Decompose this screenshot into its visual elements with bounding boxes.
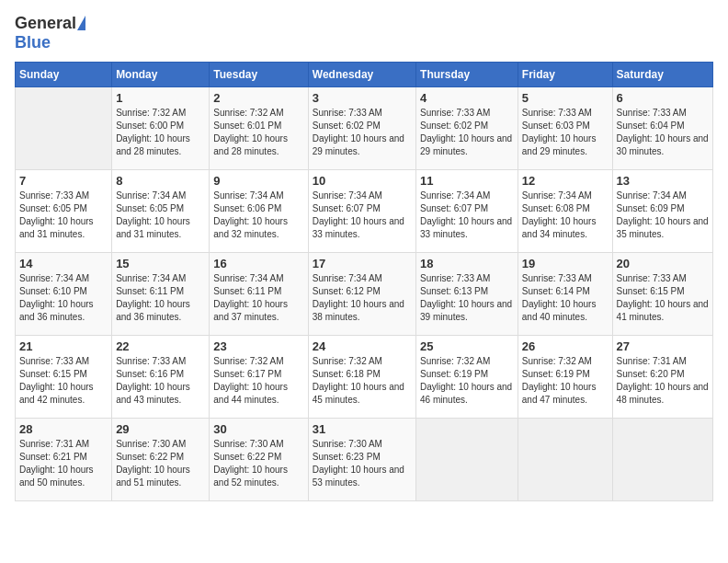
day-info: Sunrise: 7:33 AMSunset: 6:13 PMDaylight:… <box>420 272 514 324</box>
day-info: Sunrise: 7:34 AMSunset: 6:07 PMDaylight:… <box>313 190 412 241</box>
day-number: 14 <box>19 257 108 270</box>
logo-text-general: General <box>15 14 76 32</box>
day-info: Sunrise: 7:32 AMSunset: 6:01 PMDaylight:… <box>213 107 303 158</box>
calendar-week-4: 21Sunrise: 7:33 AMSunset: 6:15 PMDayligh… <box>16 335 713 418</box>
day-number: 15 <box>116 257 205 270</box>
day-number: 22 <box>116 339 205 353</box>
day-info: Sunrise: 7:34 AMSunset: 6:09 PMDaylight:… <box>617 190 709 241</box>
day-number: 26 <box>522 339 609 353</box>
calendar-cell: 9Sunrise: 7:34 AMSunset: 6:06 PMDaylight… <box>210 169 308 252</box>
day-number: 5 <box>522 91 609 105</box>
logo: General Blue <box>15 15 86 51</box>
day-number: 8 <box>116 174 205 188</box>
calendar-cell: 21Sunrise: 7:33 AMSunset: 6:15 PMDayligh… <box>16 335 112 418</box>
day-info: Sunrise: 7:31 AMSunset: 6:20 PMDaylight:… <box>617 355 709 407</box>
calendar-week-2: 7Sunrise: 7:33 AMSunset: 6:05 PMDaylight… <box>16 169 713 252</box>
page-header: General Blue <box>15 15 713 51</box>
calendar-cell: 28Sunrise: 7:31 AMSunset: 6:21 PMDayligh… <box>16 418 112 500</box>
day-number: 17 <box>313 257 412 270</box>
calendar-cell: 10Sunrise: 7:34 AMSunset: 6:07 PMDayligh… <box>308 169 415 252</box>
day-info: Sunrise: 7:34 AMSunset: 6:10 PMDaylight:… <box>19 272 108 324</box>
logo-text-blue: Blue <box>15 33 51 52</box>
day-number: 19 <box>522 257 609 270</box>
header-monday: Monday <box>112 62 210 86</box>
calendar-cell: 15Sunrise: 7:34 AMSunset: 6:11 PMDayligh… <box>112 252 210 335</box>
calendar-cell: 14Sunrise: 7:34 AMSunset: 6:10 PMDayligh… <box>16 252 112 335</box>
calendar-cell: 16Sunrise: 7:34 AMSunset: 6:11 PMDayligh… <box>210 252 308 335</box>
calendar-cell: 1Sunrise: 7:32 AMSunset: 6:00 PMDaylight… <box>112 86 210 169</box>
day-info: Sunrise: 7:33 AMSunset: 6:02 PMDaylight:… <box>420 107 514 158</box>
calendar-cell: 7Sunrise: 7:33 AMSunset: 6:05 PMDaylight… <box>16 169 112 252</box>
day-info: Sunrise: 7:33 AMSunset: 6:15 PMDaylight:… <box>617 272 709 324</box>
calendar-cell: 20Sunrise: 7:33 AMSunset: 6:15 PMDayligh… <box>612 252 712 335</box>
day-number: 27 <box>617 339 709 353</box>
day-number: 3 <box>313 91 412 105</box>
calendar-header-row: SundayMondayTuesdayWednesdayThursdayFrid… <box>16 62 713 86</box>
header-friday: Friday <box>518 62 612 86</box>
day-info: Sunrise: 7:34 AMSunset: 6:07 PMDaylight:… <box>420 190 514 241</box>
day-info: Sunrise: 7:32 AMSunset: 6:19 PMDaylight:… <box>522 355 609 407</box>
day-number: 6 <box>617 91 709 105</box>
calendar-cell: 24Sunrise: 7:32 AMSunset: 6:18 PMDayligh… <box>308 335 415 418</box>
day-info: Sunrise: 7:33 AMSunset: 6:02 PMDaylight:… <box>313 107 412 158</box>
calendar-cell: 2Sunrise: 7:32 AMSunset: 6:01 PMDaylight… <box>210 86 308 169</box>
day-info: Sunrise: 7:31 AMSunset: 6:21 PMDaylight:… <box>19 438 108 489</box>
calendar-cell: 30Sunrise: 7:30 AMSunset: 6:22 PMDayligh… <box>210 418 308 500</box>
calendar-cell: 18Sunrise: 7:33 AMSunset: 6:13 PMDayligh… <box>416 252 518 335</box>
calendar-cell: 8Sunrise: 7:34 AMSunset: 6:05 PMDaylight… <box>112 169 210 252</box>
day-number: 4 <box>420 91 514 105</box>
calendar-cell: 22Sunrise: 7:33 AMSunset: 6:16 PMDayligh… <box>112 335 210 418</box>
day-info: Sunrise: 7:34 AMSunset: 6:08 PMDaylight:… <box>522 190 609 241</box>
day-number: 10 <box>313 174 412 188</box>
day-info: Sunrise: 7:34 AMSunset: 6:06 PMDaylight:… <box>213 190 303 241</box>
calendar-cell: 17Sunrise: 7:34 AMSunset: 6:12 PMDayligh… <box>308 252 415 335</box>
header-thursday: Thursday <box>416 62 518 86</box>
day-number: 24 <box>313 339 412 353</box>
calendar-cell: 4Sunrise: 7:33 AMSunset: 6:02 PMDaylight… <box>416 86 518 169</box>
calendar-cell: 3Sunrise: 7:33 AMSunset: 6:02 PMDaylight… <box>308 86 415 169</box>
logo-icon <box>77 16 85 30</box>
calendar-cell: 26Sunrise: 7:32 AMSunset: 6:19 PMDayligh… <box>518 335 612 418</box>
calendar-cell: 27Sunrise: 7:31 AMSunset: 6:20 PMDayligh… <box>612 335 712 418</box>
calendar-week-3: 14Sunrise: 7:34 AMSunset: 6:10 PMDayligh… <box>16 252 713 335</box>
day-number: 30 <box>213 422 303 436</box>
day-info: Sunrise: 7:33 AMSunset: 6:05 PMDaylight:… <box>19 190 108 241</box>
day-info: Sunrise: 7:30 AMSunset: 6:22 PMDaylight:… <box>213 438 303 489</box>
day-number: 11 <box>420 174 514 188</box>
day-info: Sunrise: 7:34 AMSunset: 6:11 PMDaylight:… <box>213 272 303 324</box>
header-tuesday: Tuesday <box>210 62 308 86</box>
day-number: 12 <box>522 174 609 188</box>
calendar-week-1: 1Sunrise: 7:32 AMSunset: 6:00 PMDaylight… <box>16 86 713 169</box>
day-number: 25 <box>420 339 514 353</box>
calendar-cell: 19Sunrise: 7:33 AMSunset: 6:14 PMDayligh… <box>518 252 612 335</box>
day-info: Sunrise: 7:30 AMSunset: 6:22 PMDaylight:… <box>116 438 205 489</box>
calendar-cell <box>518 418 612 500</box>
day-number: 23 <box>213 339 303 353</box>
day-number: 29 <box>116 422 205 436</box>
calendar-cell: 6Sunrise: 7:33 AMSunset: 6:04 PMDaylight… <box>612 86 712 169</box>
day-info: Sunrise: 7:33 AMSunset: 6:04 PMDaylight:… <box>617 107 709 158</box>
calendar-cell: 11Sunrise: 7:34 AMSunset: 6:07 PMDayligh… <box>416 169 518 252</box>
day-info: Sunrise: 7:34 AMSunset: 6:12 PMDaylight:… <box>313 272 412 324</box>
day-info: Sunrise: 7:33 AMSunset: 6:14 PMDaylight:… <box>522 272 609 324</box>
calendar-cell: 31Sunrise: 7:30 AMSunset: 6:23 PMDayligh… <box>308 418 415 500</box>
calendar-cell: 29Sunrise: 7:30 AMSunset: 6:22 PMDayligh… <box>112 418 210 500</box>
calendar-cell <box>16 86 112 169</box>
day-number: 31 <box>313 422 412 436</box>
calendar-cell: 23Sunrise: 7:32 AMSunset: 6:17 PMDayligh… <box>210 335 308 418</box>
day-number: 1 <box>116 91 205 105</box>
day-info: Sunrise: 7:32 AMSunset: 6:00 PMDaylight:… <box>116 107 205 158</box>
calendar-cell: 13Sunrise: 7:34 AMSunset: 6:09 PMDayligh… <box>612 169 712 252</box>
day-number: 28 <box>19 422 108 436</box>
header-sunday: Sunday <box>16 62 112 86</box>
day-number: 21 <box>19 339 108 353</box>
day-info: Sunrise: 7:32 AMSunset: 6:19 PMDaylight:… <box>420 355 514 407</box>
calendar-cell: 12Sunrise: 7:34 AMSunset: 6:08 PMDayligh… <box>518 169 612 252</box>
day-info: Sunrise: 7:34 AMSunset: 6:05 PMDaylight:… <box>116 190 205 241</box>
day-number: 18 <box>420 257 514 270</box>
day-info: Sunrise: 7:30 AMSunset: 6:23 PMDaylight:… <box>313 438 412 489</box>
day-number: 20 <box>617 257 709 270</box>
day-info: Sunrise: 7:33 AMSunset: 6:03 PMDaylight:… <box>522 107 609 158</box>
header-wednesday: Wednesday <box>308 62 415 86</box>
calendar-cell <box>612 418 712 500</box>
